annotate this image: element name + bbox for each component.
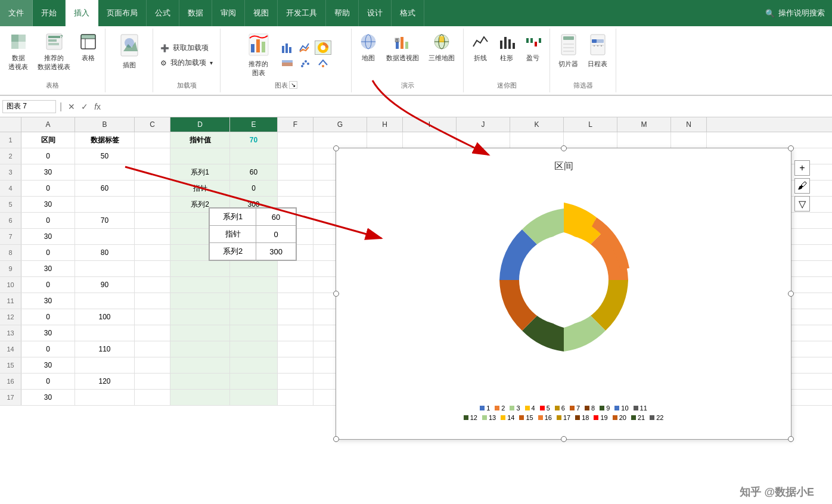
cell-a5[interactable]: 30 [21, 197, 75, 212]
cell-m1[interactable] [617, 132, 671, 148]
map-btn[interactable]: 地图 [356, 31, 380, 65]
cell-i1[interactable] [403, 132, 457, 148]
cell-a15[interactable]: 30 [21, 357, 75, 373]
chart-handle-tl[interactable] [333, 145, 339, 151]
chart-elements-btn[interactable]: + [794, 160, 810, 176]
cell-e16[interactable] [230, 374, 278, 389]
table-btn[interactable]: 表格 [76, 31, 100, 65]
col-header-n[interactable]: N [671, 117, 707, 132]
cell-c13[interactable] [135, 325, 170, 341]
cell-e14[interactable] [230, 341, 278, 357]
cell-c2[interactable] [135, 148, 170, 164]
3d-map-btn[interactable]: 三维地图 [425, 31, 458, 65]
cell-f16[interactable] [278, 374, 313, 389]
col-header-i[interactable]: I [403, 117, 457, 132]
cell-b4[interactable]: 60 [75, 181, 135, 196]
cell-c17[interactable] [135, 390, 170, 405]
cell-a14[interactable]: 0 [21, 341, 75, 357]
cell-f4[interactable] [278, 181, 313, 196]
cell-ref-input[interactable] [2, 100, 56, 113]
pivot-chart-btn[interactable]: 图 数据透视图 [383, 31, 423, 65]
col-header-d[interactable]: D [170, 117, 230, 132]
cell-a7[interactable]: 30 [21, 229, 75, 244]
sparkline-line-btn[interactable]: 折线 [468, 31, 492, 65]
cell-b13[interactable] [75, 325, 135, 341]
cell-b6[interactable]: 70 [75, 213, 135, 228]
cell-a2[interactable]: 0 [21, 148, 75, 164]
timeline-btn[interactable]: 日程表 [584, 31, 611, 71]
cell-l1[interactable] [564, 132, 617, 148]
recommended-pivot-btn[interactable]: ? 推荐的数据透视表 [34, 31, 74, 74]
tab-formula[interactable]: 公式 [147, 0, 179, 26]
cell-c6[interactable] [135, 213, 170, 228]
cell-b16[interactable]: 120 [75, 374, 135, 389]
chart-container[interactable]: 区间 [336, 148, 791, 440]
cell-c16[interactable] [135, 374, 170, 389]
more-charts-btn[interactable] [315, 56, 331, 70]
series1-label[interactable]: 系列1 [210, 209, 256, 226]
cell-n1[interactable] [671, 132, 707, 148]
cell-e2[interactable] [230, 148, 278, 164]
cell-c1[interactable] [135, 132, 170, 148]
tab-insert[interactable]: 插入 [66, 0, 98, 26]
sparkline-col-btn[interactable]: 柱形 [495, 31, 519, 65]
col-header-k[interactable]: K [510, 117, 564, 132]
cell-d15[interactable] [170, 357, 230, 373]
my-addons-btn[interactable]: ⚙ 我的加载项 ▾ [158, 57, 215, 69]
col-header-b[interactable]: B [75, 117, 135, 132]
chart-handle-ml[interactable] [333, 291, 339, 297]
cell-e17[interactable] [230, 390, 278, 405]
cell-f13[interactable] [278, 325, 313, 341]
series2-label[interactable]: 系列2 [210, 243, 256, 260]
cell-f14[interactable] [278, 341, 313, 357]
cell-a17[interactable]: 30 [21, 390, 75, 405]
tab-pagelayout[interactable]: 页面布局 [98, 0, 147, 26]
cell-a9[interactable]: 30 [21, 261, 75, 276]
cell-c9[interactable] [135, 261, 170, 276]
cell-b9[interactable] [75, 261, 135, 276]
insert-function-icon[interactable]: fx [92, 101, 103, 113]
cell-a3[interactable]: 30 [21, 164, 75, 180]
cell-f2[interactable] [278, 148, 313, 164]
cell-b14[interactable]: 110 [75, 341, 135, 357]
charts-dialog-icon[interactable]: ↘ [289, 81, 297, 89]
cell-a1[interactable]: 区间 [21, 132, 75, 148]
cell-c10[interactable] [135, 277, 170, 293]
cell-e1[interactable]: 70 [230, 132, 278, 148]
cell-a11[interactable]: 30 [21, 293, 75, 309]
cell-f11[interactable] [278, 293, 313, 309]
col-header-e[interactable]: E [230, 117, 278, 132]
cell-d1[interactable]: 指针值 [170, 132, 230, 148]
tab-review[interactable]: 审阅 [212, 0, 245, 26]
cell-c11[interactable] [135, 293, 170, 309]
cell-a10[interactable]: 0 [21, 277, 75, 293]
tab-file[interactable]: 文件 [0, 0, 33, 26]
cell-d13[interactable] [170, 325, 230, 341]
cell-d10[interactable] [170, 277, 230, 293]
cell-f12[interactable] [278, 309, 313, 325]
needle-value[interactable]: 0 [256, 226, 296, 243]
scatter-chart-btn[interactable] [297, 56, 313, 70]
chart-handle-tr[interactable] [788, 145, 794, 151]
get-addons-btn[interactable]: ➕ 获取加载项 [158, 42, 215, 54]
cell-b5[interactable] [75, 197, 135, 212]
chart-handle-tc[interactable] [561, 145, 567, 151]
illustrations-btn[interactable]: 插图 [116, 31, 142, 72]
cell-b1[interactable]: 数据标签 [75, 132, 135, 148]
cell-a12[interactable]: 0 [21, 309, 75, 325]
cell-d4[interactable]: 指针 [170, 181, 230, 196]
cell-b3[interactable] [75, 164, 135, 180]
chart-handle-bc[interactable] [561, 436, 567, 442]
cell-d14[interactable] [170, 341, 230, 357]
cell-c12[interactable] [135, 309, 170, 325]
confirm-formula-icon[interactable]: ✓ [79, 101, 91, 113]
cell-e13[interactable] [230, 325, 278, 341]
search-bar[interactable]: 🔍 操作说明搜索 [758, 0, 832, 26]
cell-c7[interactable] [135, 229, 170, 244]
tab-format[interactable]: 格式 [392, 0, 424, 26]
cell-k1[interactable] [510, 132, 564, 148]
cell-d11[interactable] [170, 293, 230, 309]
chart-styles-btn[interactable]: 🖌 [794, 178, 810, 194]
cell-c4[interactable] [135, 181, 170, 196]
cell-a16[interactable]: 0 [21, 374, 75, 389]
